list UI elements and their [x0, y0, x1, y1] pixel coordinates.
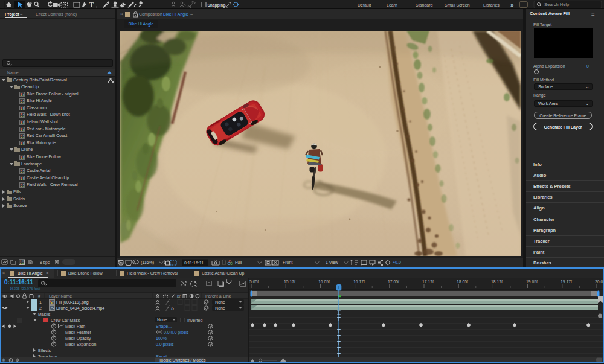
svg-text:Full: Full [235, 260, 242, 264]
svg-text:Snapping: Snapping [208, 3, 226, 8]
svg-text:16:17f: 16:17f [353, 279, 365, 284]
svg-text:1 View: 1 View [326, 260, 339, 264]
svg-text:17:17f: 17:17f [422, 279, 434, 284]
svg-text:16:05f: 16:05f [318, 279, 330, 284]
svg-text:»: » [510, 2, 514, 8]
svg-text:#: # [38, 294, 40, 298]
svg-text:Layer Name: Layer Name [49, 294, 72, 299]
svg-text:fx: fx [177, 294, 181, 298]
svg-text:17:05f: 17:05f [388, 279, 399, 284]
svg-text:Libraries: Libraries [483, 3, 500, 7]
svg-text:18:17f: 18:17f [491, 279, 503, 284]
svg-text:Standard: Standard [416, 3, 433, 7]
svg-text:Default: Default [358, 3, 371, 7]
svg-text:Search Help: Search Help [544, 2, 569, 7]
svg-text:Small Screen: Small Screen [445, 3, 470, 7]
svg-text:0:11:16:11: 0:11:16:11 [184, 261, 204, 265]
svg-text:19:05f: 19:05f [526, 279, 538, 284]
svg-text:(116%): (116%) [141, 260, 154, 265]
svg-text:8 bpc: 8 bpc [40, 260, 50, 265]
svg-text:5:05f: 5:05f [249, 279, 259, 284]
svg-text:19:17f: 19:17f [561, 279, 572, 284]
svg-text:15:17f: 15:17f [284, 279, 295, 284]
svg-text:Parent & Link: Parent & Link [205, 294, 231, 298]
svg-text:T: T [89, 1, 94, 8]
svg-text:+0.0: +0.0 [393, 260, 401, 264]
svg-text:20:05f: 20:05f [595, 279, 604, 284]
svg-text:fx: fx [171, 307, 175, 311]
svg-text:Front: Front [283, 260, 292, 264]
svg-text:18:05f: 18:05f [457, 279, 468, 284]
svg-text:Learn: Learn [387, 3, 397, 7]
